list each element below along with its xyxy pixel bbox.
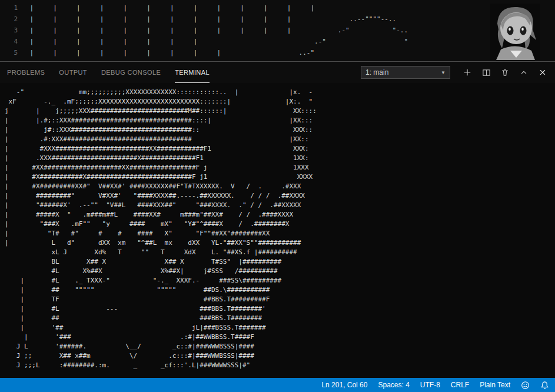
chevron-down-icon: ▼: [441, 70, 446, 75]
end-of-line-sequence[interactable]: CRLF: [451, 381, 469, 389]
indentation-setting[interactable]: Spaces: 4: [378, 381, 409, 389]
panel-actions: 1: main ▼: [361, 66, 548, 79]
close-panel-icon[interactable]: [537, 67, 548, 78]
editor-content[interactable]: | | | | | | | | | | | | | | | | | | | | …: [26, 0, 555, 61]
terminal-selector-value: 1: main: [365, 68, 388, 77]
character-image: [490, 4, 540, 60]
panel-tabs: PROBLEMS OUTPUT DEBUG CONSOLE TERMINAL: [7, 62, 210, 83]
tab-terminal[interactable]: TERMINAL: [175, 62, 210, 83]
terminal-output[interactable]: -" mm;;;;;;;;;;XXXXXXXXXXXXX:::::::::::.…: [0, 83, 555, 378]
file-encoding[interactable]: UTF-8: [420, 381, 440, 389]
status-bar: Ln 201, Col 60 Spaces: 4 UTF-8 CRLF Plai…: [0, 378, 555, 392]
panel-header: PROBLEMS OUTPUT DEBUG CONSOLE TERMINAL 1…: [0, 61, 555, 83]
tab-output[interactable]: OUTPUT: [59, 62, 87, 83]
terminal-selector[interactable]: 1: main ▼: [361, 66, 450, 79]
feedback-smiley-icon[interactable]: [521, 381, 530, 390]
maximize-panel-chevron-up-icon[interactable]: [519, 67, 529, 78]
tab-debug-console[interactable]: DEBUG CONSOLE: [101, 62, 161, 83]
editor: 1 2 3 4 5 | | | | | | | | | | | | | | | …: [0, 0, 555, 61]
kill-terminal-trash-icon[interactable]: [500, 67, 510, 78]
line-numbers: 1 2 3 4 5: [0, 0, 26, 61]
notifications-bell-icon[interactable]: [540, 381, 549, 390]
split-terminal-icon[interactable]: [481, 67, 491, 78]
tab-problems[interactable]: PROBLEMS: [7, 62, 45, 83]
cursor-position[interactable]: Ln 201, Col 60: [321, 381, 367, 389]
new-terminal-icon[interactable]: [462, 67, 473, 78]
language-mode[interactable]: Plain Text: [480, 381, 510, 389]
vscode-window: 1 2 3 4 5 | | | | | | | | | | | | | | | …: [0, 0, 555, 392]
